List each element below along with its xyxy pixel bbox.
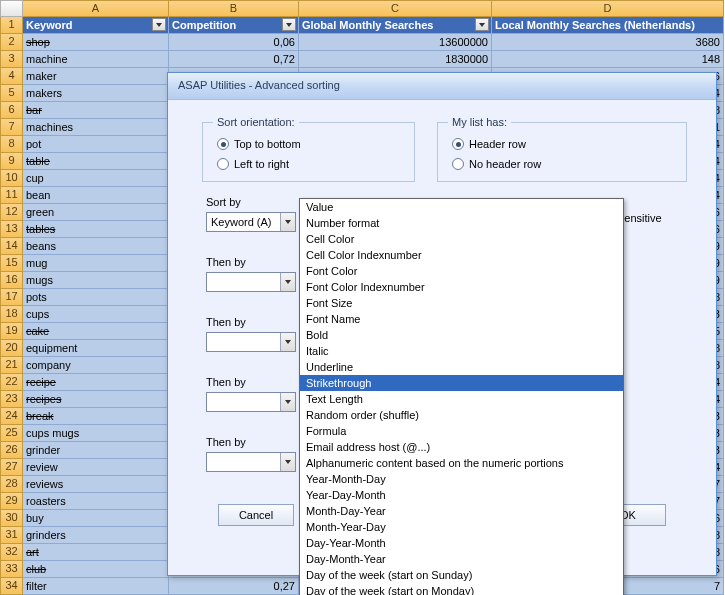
- row-header[interactable]: 7: [0, 119, 23, 136]
- col-header-b[interactable]: B: [169, 0, 299, 17]
- cell-global[interactable]: 1830000: [299, 51, 492, 68]
- row-header[interactable]: 8: [0, 136, 23, 153]
- cell-competition[interactable]: 0,06: [169, 34, 299, 51]
- dropdown-option[interactable]: Random order (shuffle): [300, 407, 623, 423]
- chevron-down-icon[interactable]: [280, 453, 295, 471]
- dropdown-option[interactable]: Italic: [300, 343, 623, 359]
- cell-keyword[interactable]: cup: [23, 170, 169, 187]
- cell-keyword[interactable]: grinder: [23, 442, 169, 459]
- chevron-down-icon[interactable]: [280, 393, 295, 411]
- row-header[interactable]: 4: [0, 68, 23, 85]
- row-header[interactable]: 20: [0, 340, 23, 357]
- chevron-down-icon[interactable]: [280, 333, 295, 351]
- cell-keyword[interactable]: grinders: [23, 527, 169, 544]
- row-header[interactable]: 19: [0, 323, 23, 340]
- header-competition[interactable]: Competition: [169, 17, 299, 34]
- dropdown-option[interactable]: Number format: [300, 215, 623, 231]
- col-header-c[interactable]: C: [299, 0, 492, 17]
- row-header[interactable]: 13: [0, 221, 23, 238]
- thenby-column-select-1[interactable]: [206, 272, 296, 292]
- row-header[interactable]: 2: [0, 34, 23, 51]
- cell-keyword[interactable]: roasters: [23, 493, 169, 510]
- row-header[interactable]: 3: [0, 51, 23, 68]
- row-header[interactable]: 6: [0, 102, 23, 119]
- cell-keyword[interactable]: filter: [23, 578, 169, 595]
- col-header-d[interactable]: D: [492, 0, 724, 17]
- cell-keyword[interactable]: break: [23, 408, 169, 425]
- thenby-column-select-4[interactable]: [206, 452, 296, 472]
- cell-keyword[interactable]: recipe: [23, 374, 169, 391]
- cell-keyword[interactable]: reviews: [23, 476, 169, 493]
- dropdown-option[interactable]: Day-Month-Year: [300, 551, 623, 567]
- row-header[interactable]: 5: [0, 85, 23, 102]
- dropdown-option[interactable]: Font Color: [300, 263, 623, 279]
- dropdown-option[interactable]: Font Color Indexnumber: [300, 279, 623, 295]
- row-header[interactable]: 30: [0, 510, 23, 527]
- cell-keyword[interactable]: review: [23, 459, 169, 476]
- chevron-down-icon[interactable]: [280, 273, 295, 291]
- cell-keyword[interactable]: green: [23, 204, 169, 221]
- dropdown-option[interactable]: Year-Day-Month: [300, 487, 623, 503]
- radio-header-row[interactable]: [452, 138, 464, 150]
- dropdown-option[interactable]: Underline: [300, 359, 623, 375]
- row-header[interactable]: 25: [0, 425, 23, 442]
- dropdown-option[interactable]: Value: [300, 199, 623, 215]
- criteria-dropdown-list[interactable]: ValueNumber formatCell ColorCell Color I…: [299, 198, 624, 595]
- cell-competition[interactable]: 0,27: [169, 578, 299, 595]
- filter-icon[interactable]: [152, 18, 166, 31]
- row-header[interactable]: 12: [0, 204, 23, 221]
- row-header[interactable]: 32: [0, 544, 23, 561]
- header-local[interactable]: Local Monthly Searches (Netherlands): [492, 17, 724, 34]
- row-header[interactable]: 34: [0, 578, 23, 595]
- cell-keyword[interactable]: cups: [23, 306, 169, 323]
- header-global[interactable]: Global Monthly Searches: [299, 17, 492, 34]
- dropdown-option[interactable]: Day of the week (start on Sunday): [300, 567, 623, 583]
- cell-keyword[interactable]: maker: [23, 68, 169, 85]
- cell-keyword[interactable]: cups mugs: [23, 425, 169, 442]
- row-header[interactable]: 26: [0, 442, 23, 459]
- cell-competition[interactable]: 0,72: [169, 51, 299, 68]
- cell-keyword[interactable]: machine: [23, 51, 169, 68]
- filter-icon[interactable]: [282, 18, 296, 31]
- dropdown-option[interactable]: Text Length: [300, 391, 623, 407]
- cell-keyword[interactable]: cake: [23, 323, 169, 340]
- row-header[interactable]: 14: [0, 238, 23, 255]
- thenby-column-select-3[interactable]: [206, 392, 296, 412]
- dropdown-option[interactable]: Month-Year-Day: [300, 519, 623, 535]
- row-header[interactable]: 23: [0, 391, 23, 408]
- cell-keyword[interactable]: company: [23, 357, 169, 374]
- dropdown-option[interactable]: Cell Color: [300, 231, 623, 247]
- filter-icon[interactable]: [475, 18, 489, 31]
- dropdown-option[interactable]: Strikethrough: [300, 375, 623, 391]
- cancel-button[interactable]: Cancel: [218, 504, 294, 526]
- row-header[interactable]: 21: [0, 357, 23, 374]
- row-header[interactable]: 33: [0, 561, 23, 578]
- row-header[interactable]: 16: [0, 272, 23, 289]
- cell-keyword[interactable]: mug: [23, 255, 169, 272]
- dropdown-option[interactable]: Year-Month-Day: [300, 471, 623, 487]
- cell-local[interactable]: 3680: [492, 34, 724, 51]
- cell-keyword[interactable]: pots: [23, 289, 169, 306]
- thenby-column-select-2[interactable]: [206, 332, 296, 352]
- row-header[interactable]: 24: [0, 408, 23, 425]
- corner-cell[interactable]: [0, 0, 23, 17]
- dropdown-option[interactable]: Day of the week (start on Monday): [300, 583, 623, 595]
- row-header[interactable]: 27: [0, 459, 23, 476]
- row-header[interactable]: 29: [0, 493, 23, 510]
- cell-keyword[interactable]: recipes: [23, 391, 169, 408]
- dropdown-option[interactable]: Font Size: [300, 295, 623, 311]
- cell-keyword[interactable]: table: [23, 153, 169, 170]
- cell-keyword[interactable]: makers: [23, 85, 169, 102]
- cell-keyword[interactable]: machines: [23, 119, 169, 136]
- cell-keyword[interactable]: buy: [23, 510, 169, 527]
- row-header[interactable]: 22: [0, 374, 23, 391]
- cell-keyword[interactable]: equipment: [23, 340, 169, 357]
- dropdown-option[interactable]: Day-Year-Month: [300, 535, 623, 551]
- row-header[interactable]: 11: [0, 187, 23, 204]
- cell-keyword[interactable]: tables: [23, 221, 169, 238]
- row-header[interactable]: 9: [0, 153, 23, 170]
- cell-keyword[interactable]: bean: [23, 187, 169, 204]
- row-header[interactable]: 1: [0, 17, 23, 34]
- row-header[interactable]: 17: [0, 289, 23, 306]
- cell-global[interactable]: 13600000: [299, 34, 492, 51]
